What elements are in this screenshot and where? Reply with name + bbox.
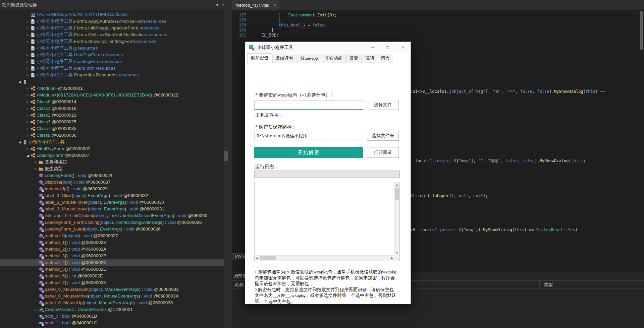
choose-folder-button[interactable]: 选择文件夹 bbox=[367, 131, 399, 141]
expand-toggle-icon[interactable]: ▷ bbox=[25, 132, 30, 139]
tree-row[interactable]: ♥method_0(object) : void @06000027 bbox=[0, 233, 224, 239]
tree-row[interactable]: ▷小锦哥小程序工具.Properties.Resources.resources bbox=[0, 72, 224, 78]
tree-row[interactable]: ▷Class0 @02000014 bbox=[0, 99, 224, 105]
tree-row[interactable]: ▷Class1 @02000016 bbox=[0, 105, 224, 112]
tree-row[interactable]: panel_0_MouseDown(object, MouseEventArgs… bbox=[0, 286, 224, 293]
expand-toggle-icon[interactable]: ▷ bbox=[25, 85, 30, 92]
dialog-tab-设置[interactable]: 设置 bbox=[346, 54, 362, 63]
tree-row[interactable]: label_3_MouseLeave(object, EventArgs) : … bbox=[0, 206, 224, 212]
log-vertical-scrollbar[interactable]: ▲ ▼ bbox=[394, 182, 399, 256]
scroll-down-icon[interactable]: ▼ bbox=[394, 251, 399, 256]
tree-row[interactable]: label_3_MouseHover(object, EventArgs) : … bbox=[0, 199, 224, 206]
wxapkg-input[interactable] bbox=[254, 100, 363, 110]
collapse-toggle-icon[interactable]: ◢ bbox=[17, 139, 22, 145]
tree-row[interactable]: 小锦哥小程序工具.g.resources bbox=[0, 45, 224, 52]
tree-row[interactable]: bool_0 : bool @0400001B bbox=[0, 313, 224, 320]
expand-toggle-icon[interactable]: ▷ bbox=[25, 31, 30, 38]
dialog-tab-转uni-app[interactable]: 转uni-app bbox=[297, 54, 321, 63]
tree-row[interactable]: ▷Class7 @02000035 bbox=[0, 125, 224, 132]
expand-toggle-icon[interactable]: ▷ bbox=[25, 25, 30, 31]
maximize-button[interactable]: □ bbox=[380, 42, 395, 53]
tree-row[interactable]: ▷小锦哥小程序工具.Forms.ApplyAuthResultNoticeFor… bbox=[0, 18, 224, 25]
tree-row[interactable]: LoadingForm_Load(object, EventArgs) : vo… bbox=[0, 226, 224, 233]
column-header-name[interactable]: 名称 bbox=[235, 282, 244, 288]
dialog-tab-反编译包[interactable]: 反编译包 bbox=[272, 54, 297, 63]
tree-row[interactable]: YAvLv5NC3bqeAdrJ2K.XrCY7UFlECJJ0tJbCj bbox=[0, 11, 224, 18]
tree-row[interactable]: LoadingForm_FormClosing(object, FormClos… bbox=[0, 219, 224, 226]
window-position-chevron-icon[interactable]: ▾ bbox=[214, 3, 220, 7]
tree-row[interactable]: ▷小锦哥小程序工具.Forms.InitWxappUnpackerForm.re… bbox=[0, 25, 224, 31]
dialog-tab-说明[interactable]: 说明 bbox=[362, 54, 377, 63]
log-textarea[interactable]: ▲ ▼ ◀ ▶ bbox=[254, 182, 400, 261]
tree-row[interactable]: linkLabel_0_LinkClicked(object, LinkLabe… bbox=[0, 212, 224, 219]
tree-row[interactable]: ▷小锦哥小程序工具.LoadingForm.resources bbox=[0, 58, 224, 65]
tree-row[interactable]: method_3() : void @0600002B bbox=[0, 253, 224, 259]
scroll-up-icon[interactable]: ▲ bbox=[394, 182, 399, 187]
tree-row[interactable]: ▷派生类型 bbox=[0, 166, 224, 172]
tree-row[interactable]: method_4() : void @0600002C bbox=[0, 259, 224, 266]
scroll-left-icon[interactable]: ◀ bbox=[255, 256, 260, 261]
tree-row[interactable]: ▷基类和接口 bbox=[0, 159, 224, 166]
tree-row[interactable]: ◢LoadingForm @02000007 bbox=[0, 152, 224, 159]
tree-row[interactable]: ▷★CreateParams : CreateParams @17000001 bbox=[0, 306, 224, 313]
expand-toggle-icon[interactable]: ▷ bbox=[25, 125, 30, 132]
scrollbar-th[interactable] bbox=[260, 256, 276, 260]
tree-row[interactable]: method_2() : void @0600002A bbox=[0, 246, 224, 253]
tab-close-icon[interactable]: × bbox=[273, 3, 276, 8]
tree-row[interactable]: ◢{}- bbox=[0, 78, 224, 85]
tree-row[interactable]: ▷HtmlPayForm @02000002 bbox=[0, 145, 224, 152]
expand-toggle-icon[interactable]: ▷ bbox=[25, 38, 30, 45]
tree-row[interactable]: method_5() : void @0600002D bbox=[0, 266, 224, 273]
collapse-toggle-icon[interactable]: ◢ bbox=[25, 152, 30, 159]
panel-close-icon[interactable]: × bbox=[220, 3, 226, 7]
close-button[interactable]: × bbox=[395, 42, 411, 53]
choose-file-button[interactable]: 选择文件 bbox=[367, 100, 399, 110]
tree-row[interactable]: bool_1 : bool @0400001C bbox=[0, 320, 224, 326]
column-separator[interactable] bbox=[619, 281, 619, 288]
tree-row[interactable]: ▷<Module> @02000001 bbox=[0, 85, 224, 92]
open-directory-button[interactable]: 打开目录 bbox=[367, 147, 399, 158]
tree-row[interactable]: LoadingForm() : void @06000024 bbox=[0, 172, 224, 179]
editor-scrollbar[interactable] bbox=[639, 11, 644, 271]
save-path-input[interactable]: D:\shentou\微信小程序 bbox=[254, 131, 363, 140]
dialog-tab-解加密包[interactable]: 解加密包 bbox=[247, 53, 272, 63]
tree-row[interactable]: ▷<Module>{091726A1-0CD2-40A6-8F61-3C86B1… bbox=[0, 92, 224, 99]
tree-row[interactable]: ▷Class8 @02000036 bbox=[0, 132, 224, 139]
expand-toggle-icon[interactable]: ▷ bbox=[25, 105, 30, 112]
tree-row[interactable]: ▷小锦哥小程序工具.Forms.ShowToClientMsgForm.reso… bbox=[0, 38, 224, 45]
scrollbar-th[interactable] bbox=[395, 188, 399, 200]
expand-toggle-icon[interactable]: ▷ bbox=[25, 65, 30, 72]
scroll-right-icon[interactable]: ▶ bbox=[389, 256, 394, 261]
log-horizontal-scrollbar[interactable]: ◀ ▶ bbox=[255, 255, 394, 261]
tree-row[interactable]: method_6() : int @0600002E bbox=[0, 273, 224, 279]
expand-toggle-icon[interactable]: ▷ bbox=[34, 159, 38, 166]
explorer-scrollbar[interactable] bbox=[224, 10, 228, 328]
dialog-titlebar[interactable]: 小锦哥小程序工具 ─ □ × bbox=[245, 42, 411, 53]
tree-row[interactable]: panel_0_MouseUp(object, MouseEventArgs) … bbox=[0, 300, 224, 306]
minimize-button[interactable]: ─ bbox=[365, 42, 380, 53]
dialog-tab-留言[interactable]: 留言 bbox=[378, 54, 393, 63]
tree-row[interactable]: ▷Class2 @02000023 bbox=[0, 112, 224, 119]
panel-splitter[interactable] bbox=[228, 0, 232, 328]
expand-toggle-icon[interactable]: ▷ bbox=[25, 99, 30, 105]
tree-row[interactable]: ImbekaxJp() : void @06000029 bbox=[0, 186, 224, 192]
column-separator[interactable] bbox=[539, 281, 540, 288]
expand-toggle-icon[interactable]: ▷ bbox=[25, 112, 30, 119]
tree-row[interactable]: bool_2 : bool @04000015 bbox=[0, 326, 224, 328]
column-header-type[interactable]: 类型 bbox=[544, 282, 553, 288]
expand-toggle-icon[interactable]: ▷ bbox=[34, 306, 38, 313]
tree-row[interactable]: ▷小锦哥小程序工具.MainForm.resources bbox=[0, 65, 224, 72]
tree-row[interactable]: ▷Class3 @02000025 bbox=[0, 119, 224, 125]
expand-toggle-icon[interactable]: ▷ bbox=[25, 92, 30, 99]
expand-toggle-icon[interactable]: ▷ bbox=[25, 18, 30, 25]
expand-toggle-icon[interactable]: ▷ bbox=[34, 166, 38, 172]
tree-row[interactable]: method_7() : void @06000038 bbox=[0, 279, 224, 286]
tree-row[interactable]: ▷小锦哥小程序工具.Forms.OldUserStartAuthNotifica… bbox=[0, 31, 224, 38]
expand-toggle-icon[interactable]: ▷ bbox=[25, 119, 30, 125]
expand-toggle-icon[interactable]: ▷ bbox=[25, 72, 30, 78]
tree-row[interactable]: ★Dispose(bool) : void @06000037 bbox=[0, 179, 224, 186]
tree-row[interactable]: panel_0_MouseMove(object, MouseEventArgs… bbox=[0, 293, 224, 300]
tree-row[interactable]: method_1() : void @06000028 bbox=[0, 239, 224, 246]
document-tab-method4[interactable]: method_4() : void × bbox=[232, 0, 279, 10]
expand-toggle-icon[interactable]: ▷ bbox=[25, 145, 30, 152]
